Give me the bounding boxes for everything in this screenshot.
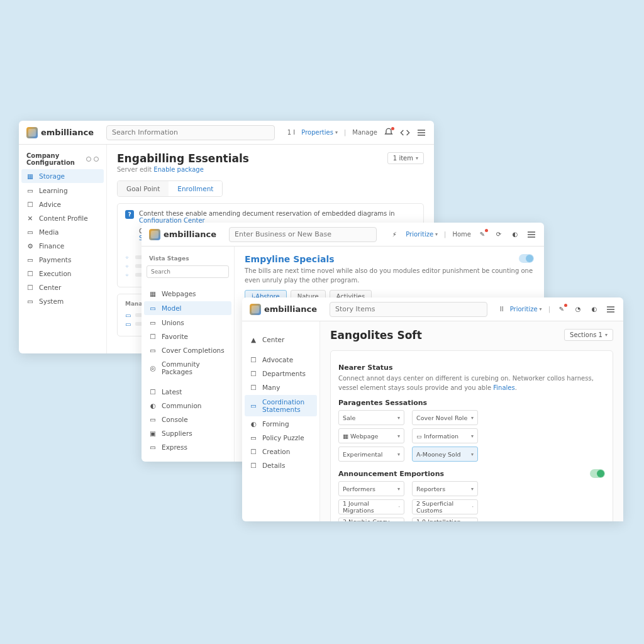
storage-icon: ▦ (26, 172, 34, 180)
sidebar-item-system[interactable]: ▭System (19, 294, 106, 308)
select-journal-migrations[interactable]: 1 Journal Migrations· (338, 499, 404, 514)
menu-icon[interactable] (526, 230, 536, 240)
page-title: Engabilling Essentials (117, 152, 424, 165)
sidebar-item-execution[interactable]: ☐Execution (19, 267, 106, 280)
sidebar-item-departments[interactable]: ☐Departments (242, 367, 319, 380)
select-sale[interactable]: Sale▾ (338, 410, 404, 425)
tb-manage-link[interactable]: Manage (352, 129, 377, 136)
select-superficial-customs[interactable]: 2 Superficial Customs· (412, 499, 478, 514)
global-search[interactable] (106, 125, 275, 140)
search-icon: ◐ (250, 420, 257, 428)
pin-icon[interactable]: ✎ (557, 304, 567, 314)
tb-prioritize-link[interactable]: Prioritize▾ (406, 231, 438, 238)
section-link[interactable]: Finales (493, 384, 514, 391)
page-action-dropdown[interactable]: 1 item▾ (387, 152, 424, 164)
system-icon: ▭ (26, 297, 34, 305)
select-information[interactable]: ▭ Information▾ (412, 428, 478, 443)
brand-logo: embilliance (149, 229, 216, 240)
sidebar-item-details[interactable]: ☐Details (242, 458, 319, 472)
refresh-icon[interactable]: ⟳ (494, 230, 504, 240)
sidebar-item-content-profile[interactable]: ✕Content Profile (19, 211, 106, 225)
sidebar-item-many[interactable]: ☐Many (242, 380, 319, 394)
sidebar-item-center[interactable]: ▲Center (242, 333, 319, 347)
sidebar-item-express[interactable]: ▭Express (142, 440, 234, 454)
sidebar-item-center[interactable]: ☐Center (19, 280, 106, 294)
puzzle-icon: ▭ (250, 434, 257, 441)
sidebar-item-storage[interactable]: ▦Storage (21, 169, 104, 183)
sidebar-item-webpages[interactable]: ▦Webpages (142, 287, 234, 301)
link-icon: ◦ (125, 272, 131, 278)
tb-prioritize-link[interactable]: Prioritize▾ (510, 306, 542, 313)
sidebar-item-unions[interactable]: ▭Unions (142, 316, 234, 330)
select-newbie-rate[interactable]: 3 Newbie Crazy Rate· (338, 518, 404, 521)
book-icon: ▭ (26, 187, 34, 194)
sidebar-item-advice[interactable]: ☐Advice (19, 197, 106, 211)
sidebar-item-payments[interactable]: ▭Payments (19, 253, 106, 267)
sidebar-item-coordination[interactable]: ▭Coordination Statements (245, 395, 317, 416)
sidebar-item-forming[interactable]: ◐Forming (242, 417, 319, 431)
tb-home-link[interactable]: Home (452, 231, 471, 238)
brand-logo: embilliance (250, 304, 317, 315)
bell-icon[interactable]: ◔ (573, 304, 583, 314)
item-icon: ▭ (125, 321, 131, 327)
tools-icon: ✕ (26, 214, 34, 222)
feature-toggle[interactable] (519, 254, 534, 263)
page-action-dropdown[interactable]: Sections 1▾ (564, 329, 613, 341)
tab-enrollment[interactable]: Enrollment (169, 181, 222, 196)
select-experimental[interactable]: Experimental▾ (338, 447, 404, 462)
notifications-icon[interactable] (384, 128, 394, 138)
sidebar-item-model[interactable]: ▭Model (144, 301, 231, 315)
clock-icon: ☐ (149, 388, 157, 396)
sidebar-item-creation[interactable]: ☐Creation (242, 445, 319, 458)
gear-icon: ⚙ (26, 242, 34, 250)
item-icon: ▭ (125, 312, 131, 318)
sidebar-item-policy-puzzle[interactable]: ▭Policy Puzzle (242, 431, 319, 445)
console-icon: ▭ (149, 416, 157, 423)
section-paragentes: Paragentes Sessations (338, 399, 605, 407)
search-input[interactable] (106, 125, 275, 140)
global-search[interactable] (229, 227, 377, 242)
tab-goal-point[interactable]: Goal Point (118, 181, 169, 196)
search-input[interactable] (229, 227, 377, 242)
sidebar-search-input[interactable] (147, 265, 229, 278)
sidebar-item-finance[interactable]: ⚙Finance (19, 239, 106, 253)
select-installation-migrations[interactable]: 1 0 Installation Migrations O…· (412, 518, 478, 521)
pin-icon[interactable]: ✎ (477, 230, 487, 240)
help-icon[interactable]: ◐ (510, 230, 520, 240)
search-input[interactable] (330, 302, 487, 317)
dept-icon: ☐ (250, 370, 257, 377)
menu-icon[interactable] (416, 128, 426, 138)
select-cover-novel[interactable]: Cover Novel Role▾ (412, 410, 478, 425)
sidebar-item-cover-completions[interactable]: ▭Cover Completions (142, 343, 234, 357)
payments-icon: ▭ (26, 256, 34, 264)
sidebar-item-suppliers[interactable]: ▣Suppliers (142, 426, 234, 440)
sidebar-search[interactable] (147, 265, 229, 278)
sidebar-item-communion[interactable]: ◐Communion (142, 399, 234, 413)
doc-icon: ◦ (125, 263, 131, 269)
brand-logo: embilliance (26, 127, 94, 138)
sidebar-item-learning[interactable]: ▭Learning (19, 184, 106, 197)
subtitle-link[interactable]: Enable package (153, 166, 203, 173)
sidebar-item-favorite[interactable]: ☐Favorite (142, 330, 234, 343)
advocate-icon: ☐ (250, 356, 257, 364)
package-icon: ◎ (149, 364, 157, 372)
tb-properties-link[interactable]: Properties▾ (301, 129, 338, 136)
sidebar-item-console[interactable]: ▭Console (142, 413, 234, 426)
sidebar-item-latest[interactable]: ☐Latest (142, 385, 234, 399)
select-reporters[interactable]: Reporters▾ (412, 481, 478, 496)
sidebar-item-media[interactable]: ▭Media (19, 225, 106, 239)
logo-mark-icon (26, 127, 38, 138)
select-performers[interactable]: Performers▾ (338, 481, 404, 496)
sidebar-item-advocate[interactable]: ☐Advocate (242, 353, 319, 367)
bolt-icon[interactable]: ⚡ (389, 230, 399, 240)
help-icon[interactable]: ◐ (589, 304, 599, 314)
section-description: Connect annot days center on different i… (338, 374, 605, 392)
select-webpage[interactable]: ▦ Webpage▾ (338, 428, 404, 443)
sidebar-section-header[interactable]: Company Configuration (19, 150, 106, 169)
menu-icon[interactable] (606, 304, 616, 314)
global-search[interactable] (330, 302, 487, 317)
code-icon[interactable] (400, 128, 410, 138)
emportions-toggle[interactable] (590, 469, 605, 478)
sidebar-item-community-packages[interactable]: ◎Community Packages (142, 357, 234, 379)
select-mooney-sold[interactable]: A-Mooney Sold▾ (412, 447, 478, 462)
